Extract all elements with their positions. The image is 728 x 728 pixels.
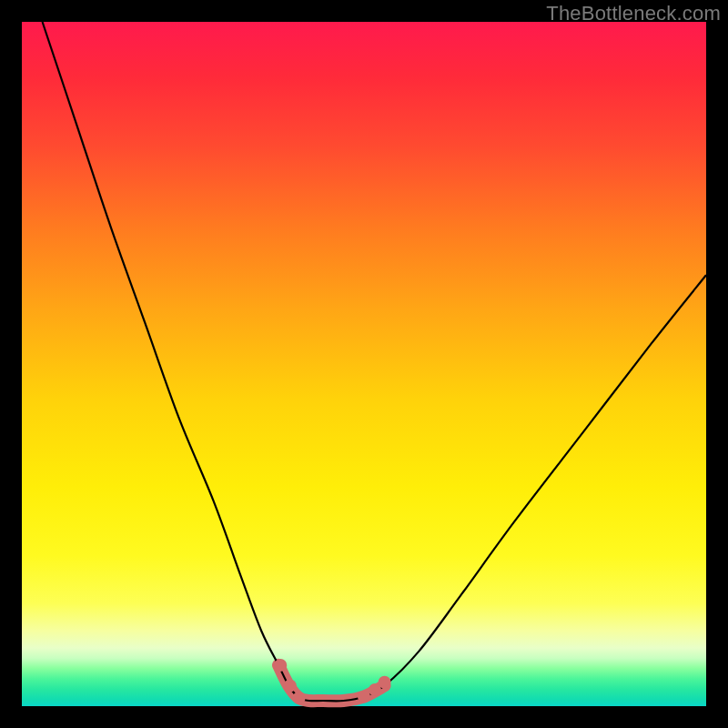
plot-area [22,22,706,706]
watermark-text: TheBottleneck.com [546,2,721,25]
chart-frame: TheBottleneck.com [0,0,728,728]
highlight-marker [274,659,287,672]
chart-svg [22,22,706,706]
curve-layer [43,22,706,701]
series-bottleneck-curve [43,22,706,701]
highlight-marker [358,690,370,703]
highlight-marker [284,679,297,692]
highlight-marker [293,692,306,704]
highlight-marker [379,676,391,689]
